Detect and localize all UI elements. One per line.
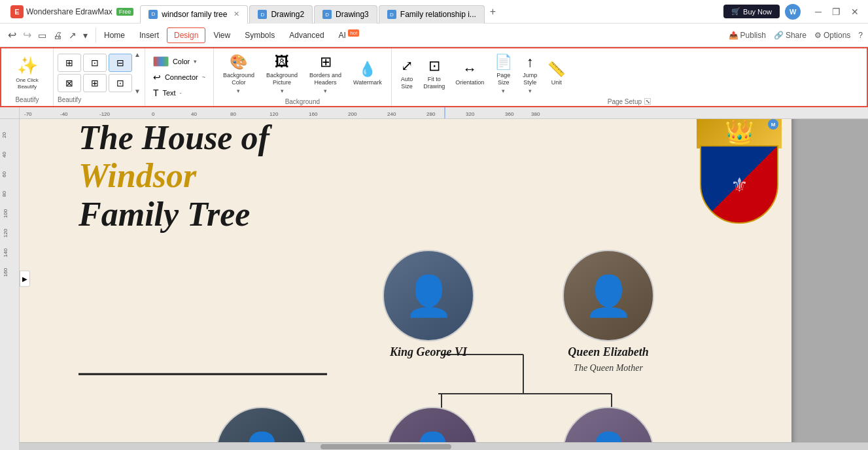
new-tab-button[interactable]: + bbox=[485, 3, 501, 20]
ribbon-presets-section: ⊞ ⊡ ⊟ ⊠ ⊞ ⊡ ▲ ▼ Beautify bbox=[54, 48, 145, 106]
watermark-label: Watermark bbox=[353, 79, 382, 86]
page-setup-expand[interactable]: ⤡ bbox=[644, 98, 651, 105]
close-button[interactable]: ✕ bbox=[847, 5, 863, 18]
app-logo: E Wondershare EdrawMax Free bbox=[5, 5, 139, 18]
tab-family[interactable]: D Family relationship i... bbox=[379, 5, 485, 24]
layout-preset-5[interactable]: ⊞ bbox=[83, 74, 107, 92]
text-label: Text bbox=[162, 89, 175, 97]
one-click-beautify-button[interactable]: ✨ One ClickBeautify bbox=[12, 53, 43, 92]
beautify-tools: ✨ One ClickBeautify bbox=[12, 51, 43, 95]
ribbon-style-section: Color ▾ ↩ Connector ~ T Text - bbox=[145, 48, 214, 106]
v-tick-4: 80 bbox=[1, 191, 7, 197]
color-arrow: ▾ bbox=[194, 58, 197, 65]
layout-preset-4[interactable]: ⊠ bbox=[58, 74, 81, 92]
borders-icon: ⊞ bbox=[320, 54, 332, 71]
edrawmax-watermark: M bbox=[768, 119, 778, 130]
print-button[interactable]: 🖨 bbox=[50, 29, 65, 42]
page-setup-bottom: Page Setup ⤡ bbox=[397, 98, 861, 105]
tab-drawing3[interactable]: D Drawing3 bbox=[314, 5, 377, 24]
buy-now-button[interactable]: 🛒 Buy Now bbox=[723, 5, 780, 18]
layout-preset-6[interactable]: ⊡ bbox=[109, 74, 132, 92]
tab-close-windsor[interactable]: ✕ bbox=[234, 10, 239, 18]
queen-mother-subtitle: The Queen Mother bbox=[574, 363, 643, 373]
person-node-king-george: 👤 King George VI bbox=[383, 250, 474, 359]
king-george-photo-placeholder: 👤 bbox=[404, 273, 453, 319]
auto-size-button[interactable]: ⤢ AutoSize bbox=[397, 55, 417, 93]
title-line1: The House of bbox=[78, 119, 269, 156]
tab-icon-windsor: D bbox=[148, 10, 158, 19]
tab-label-drawing3: Drawing3 bbox=[336, 10, 369, 19]
color-dropdown-row[interactable]: Color ▾ bbox=[150, 55, 208, 68]
page-size-button[interactable]: 📄 PageSize ▾ bbox=[491, 51, 516, 97]
tab-label-drawing2: Drawing2 bbox=[271, 10, 304, 19]
export-button[interactable]: ↗ bbox=[66, 29, 79, 42]
tab-drawing2[interactable]: D Drawing2 bbox=[249, 5, 313, 24]
v-tick-6: 120 bbox=[3, 229, 9, 237]
page-view-button[interactable]: ▭ bbox=[35, 29, 49, 42]
jump-style-dropdown: ▾ bbox=[529, 88, 532, 94]
ruler-h-inner: -70 -40 -120 0 40 80 120 160 200 240 280… bbox=[21, 107, 867, 118]
free-badge: Free bbox=[116, 8, 134, 16]
bg-color-icon: 🎨 bbox=[230, 54, 247, 71]
more-tools-button[interactable]: ▾ bbox=[80, 29, 90, 42]
ft-title: The House of Windsor Family Tree bbox=[78, 119, 269, 234]
watermark-button[interactable]: 💧 Watermark bbox=[349, 58, 386, 89]
fit-to-drawing-button[interactable]: ⊡ Fit toDrawing bbox=[419, 55, 449, 93]
page-size-dropdown: ▾ bbox=[502, 88, 505, 94]
app-icon: E bbox=[10, 5, 24, 18]
scroll-down-arrow[interactable]: ▼ bbox=[134, 88, 141, 95]
ruler-tick-10: 240 bbox=[387, 111, 396, 117]
bg-picture-icon: 🖼 bbox=[275, 54, 289, 71]
tab-label-windsor: windsor family tree bbox=[162, 10, 227, 19]
undo-button[interactable]: ↩ bbox=[5, 27, 19, 43]
redo-button[interactable]: ↪ bbox=[20, 27, 34, 43]
jump-style-label: JumpStyle bbox=[523, 72, 537, 86]
minimize-button[interactable]: ─ bbox=[811, 5, 825, 18]
jump-style-button[interactable]: ↑ JumpStyle ▾ bbox=[519, 51, 541, 97]
tab-icon-family: D bbox=[387, 10, 396, 19]
background-color-button[interactable]: 🎨 BackgroundColor ▾ bbox=[219, 51, 258, 97]
user-avatar[interactable]: W bbox=[785, 4, 801, 20]
ribbon-page-setup-section: ⤢ AutoSize ⊡ Fit toDrawing ↔ Orientation… bbox=[392, 48, 867, 106]
menu-home[interactable]: Home bbox=[97, 28, 131, 43]
h-scrollbar-thumb[interactable] bbox=[321, 444, 451, 449]
menu-insert[interactable]: Insert bbox=[133, 28, 165, 43]
person-node-queen-elizabeth-ii: 👤 Queen Elizabeth II bbox=[386, 407, 479, 442]
canvas-area: -70 -40 -120 0 40 80 120 160 200 240 280… bbox=[0, 107, 868, 450]
menu-design[interactable]: Design bbox=[167, 27, 205, 43]
layout-preset-2[interactable]: ⊡ bbox=[83, 54, 107, 72]
orientation-button[interactable]: ↔ Orientation bbox=[451, 58, 488, 89]
tab-windsor[interactable]: D windsor family tree ✕ bbox=[140, 5, 248, 24]
page-size-icon: 📄 bbox=[495, 54, 512, 71]
h-scrollbar[interactable] bbox=[20, 442, 868, 450]
ribbon-beautify-section: ✨ One ClickBeautify Beautify bbox=[1, 48, 54, 106]
v-tick-7: 140 bbox=[3, 249, 9, 257]
publish-button[interactable]: 📤 Publish bbox=[729, 31, 766, 40]
sidebar-toggle[interactable]: ▶ bbox=[20, 271, 30, 287]
layout-preset-1[interactable]: ⊞ bbox=[58, 54, 81, 72]
page-setup-section-label: Page Setup bbox=[608, 98, 642, 105]
scroll-up-arrow[interactable]: ▲ bbox=[134, 51, 141, 58]
orientation-label: Orientation bbox=[455, 79, 484, 86]
unit-button[interactable]: 📏 Unit bbox=[544, 58, 569, 89]
text-dropdown-row[interactable]: T Text - bbox=[150, 86, 208, 99]
share-button[interactable]: 🔗 Share bbox=[774, 31, 807, 40]
menu-symbols[interactable]: Symbols bbox=[238, 28, 281, 43]
restore-button[interactable]: ❐ bbox=[828, 5, 844, 18]
unit-icon: 📏 bbox=[547, 61, 565, 78]
background-picture-button[interactable]: 🖼 BackgroundPicture ▾ bbox=[262, 51, 302, 97]
ribbon-background-section: 🎨 BackgroundColor ▾ 🖼 BackgroundPicture … bbox=[214, 48, 392, 106]
menu-view[interactable]: View bbox=[207, 28, 237, 43]
page-size-label: PageSize bbox=[496, 72, 510, 86]
menu-ai[interactable]: AI hot bbox=[332, 27, 366, 43]
options-button[interactable]: ⚙ Options bbox=[814, 31, 850, 40]
ruler-vertical: 20 40 60 80 100 120 140 160 bbox=[0, 119, 20, 450]
connector-dropdown-row[interactable]: ↩ Connector ~ bbox=[150, 71, 208, 84]
borders-headers-button[interactable]: ⊞ Borders andHeaders ▾ bbox=[305, 51, 345, 97]
menubar-right: 📤 Publish 🔗 Share ⚙ Options ? bbox=[729, 31, 863, 40]
layout-preset-3[interactable]: ⊟ bbox=[109, 54, 132, 72]
menu-advanced[interactable]: Advanced bbox=[283, 28, 330, 43]
help-button[interactable]: ? bbox=[858, 31, 863, 40]
bg-picture-dropdown: ▾ bbox=[281, 88, 284, 94]
king-george-name: King George VI bbox=[390, 345, 467, 359]
